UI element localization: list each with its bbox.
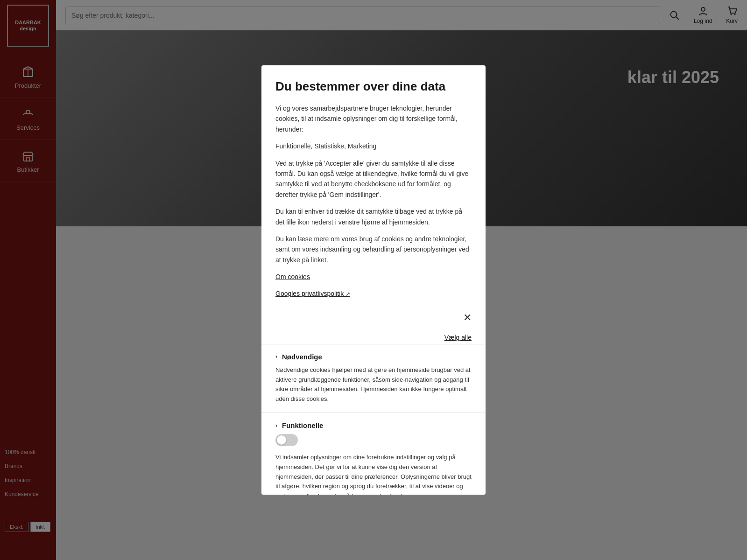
nodvendige-body: Nødvendige cookies hjælper med at gøre e…	[275, 365, 472, 404]
modal-purposes: Funktionelle, Statistiske, Marketing	[275, 141, 472, 151]
funktionelle-toggle-container	[275, 434, 472, 448]
funktionelle-arrow: ›	[275, 422, 277, 429]
modal-intro-4: Du kan læse mere om vores brug af cookie…	[275, 234, 472, 265]
funktionelle-header: › Funktionelle	[275, 421, 472, 429]
cookie-modal: Du bestemmer over dine data Vi og vores …	[261, 65, 486, 495]
funktionelle-toggle[interactable]	[275, 434, 298, 446]
toggle-slider	[275, 434, 298, 446]
modal-intro-1: Vi og vores samarbejdspartnere bruger te…	[275, 103, 472, 134]
google-privacy-link[interactable]: Googles privatlivspolitik	[275, 290, 350, 297]
cookie-section-funktionelle: › Funktionelle Vi indsamler oplysninger …	[261, 413, 486, 495]
cookie-section-nodvendige: › Nødvendige Nødvendige cookies hjælper …	[261, 344, 486, 413]
funktionelle-body: Vi indsamler oplysninger om dine foretru…	[275, 453, 472, 495]
select-all-link[interactable]: Vælg alle	[444, 334, 472, 341]
funktionelle-title[interactable]: Funktionelle	[282, 421, 323, 429]
modal-header: Du bestemmer over dine data	[261, 65, 486, 103]
modal-title: Du bestemmer over dine data	[275, 79, 472, 94]
nodvendige-arrow: ›	[275, 353, 277, 360]
cookies-link[interactable]: Om cookies	[275, 273, 310, 280]
modal-intro-3: Du kan til enhver tid trække dit samtykk…	[275, 206, 472, 227]
modal-intro-2: Ved at trykke på 'Accepter alle' giver d…	[275, 158, 472, 200]
nodvendige-header: › Nødvendige	[275, 353, 472, 361]
nodvendige-title[interactable]: Nødvendige	[282, 353, 322, 361]
modal-body: Vi og vores samarbejdspartnere bruger te…	[261, 103, 486, 306]
close-row: ✕	[261, 306, 486, 326]
modal-close-button[interactable]: ✕	[458, 309, 476, 326]
select-all-row: Vælg alle	[261, 326, 486, 344]
modal-overlay[interactable]: Du bestemmer over dine data Vi og vores …	[0, 0, 747, 560]
